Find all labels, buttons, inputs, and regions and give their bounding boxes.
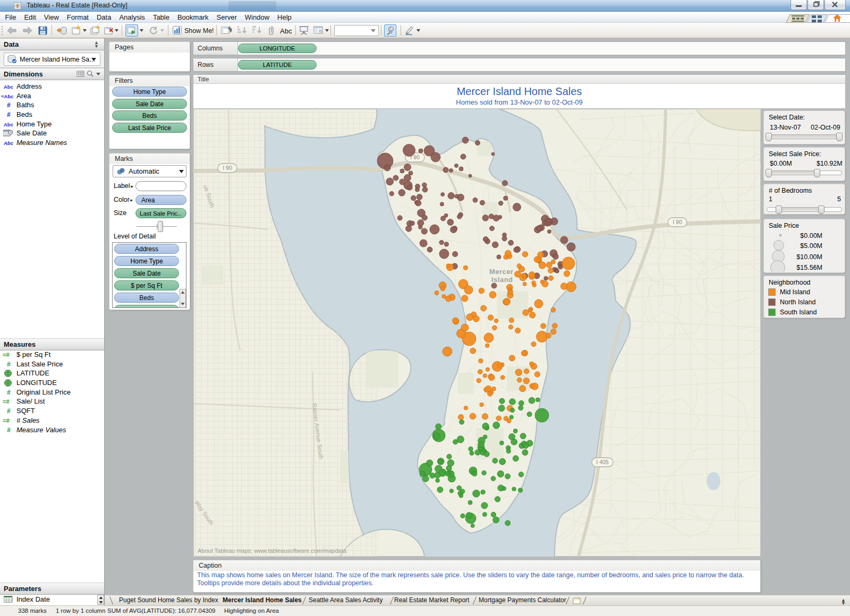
svg-text:I 405: I 405: [596, 459, 609, 465]
svg-text:I 90: I 90: [673, 219, 682, 225]
svg-text:Island: Island: [491, 276, 513, 284]
svg-text:About Tableau maps; www.tablea: About Tableau maps; www.tableausoftware.…: [198, 547, 347, 554]
svg-text:I 90: I 90: [223, 165, 232, 171]
svg-text:Mercer: Mercer: [489, 268, 514, 276]
